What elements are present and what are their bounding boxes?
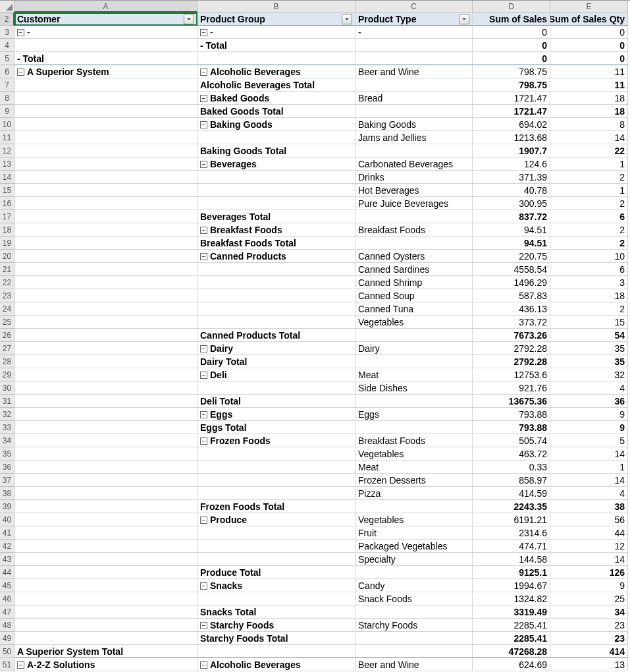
cell-sum-sales[interactable]: 94.51 [473,237,550,250]
cell-sum-qty[interactable]: 126 [550,566,628,579]
cell-sum-sales[interactable]: 793.88 [473,408,550,421]
cell-sum-qty[interactable]: 3 [550,276,628,289]
collapse-toggle[interactable]: − [200,121,207,128]
cell-sum-qty[interactable]: 22 [550,144,628,157]
cell-product-group[interactable]: Snacks Total [197,605,355,619]
cell-product-type[interactable]: Canned Soup [355,289,473,302]
row-header[interactable]: 43 [0,553,14,566]
cell-sum-sales[interactable]: 798.75 [473,65,550,78]
cell-product-type[interactable] [355,421,473,434]
cell-product-group[interactable] [197,302,355,316]
cell-customer[interactable] [14,461,197,474]
select-all-corner[interactable] [0,1,14,13]
cell-sum-sales[interactable]: 124.6 [473,157,550,171]
cell-product-type[interactable]: Canned Shrimp [355,276,473,289]
row-header[interactable]: 32 [0,408,14,421]
cell-customer[interactable] [14,408,197,421]
cell-customer[interactable] [14,342,197,355]
row-header[interactable]: 13 [0,157,14,171]
row-header[interactable]: 24 [0,302,14,316]
cell-product-type[interactable]: Fruit [355,526,473,540]
cell-sum-sales[interactable]: 1496.29 [473,276,550,289]
cell-product-type[interactable]: Meat [355,461,473,474]
cell-customer[interactable] [14,605,197,619]
cell-customer[interactable] [14,105,197,118]
cell-sum-sales[interactable]: 587.83 [473,289,550,302]
cell-sum-sales[interactable]: 47268.28 [473,645,550,658]
cell-sum-qty[interactable]: 44 [550,526,628,540]
cell-product-group[interactable] [197,447,355,461]
cell-product-group[interactable] [197,289,355,302]
cell-sum-qty[interactable]: 2 [550,302,628,316]
collapse-toggle[interactable]: − [200,622,207,629]
cell-product-type[interactable]: Vegetables [355,316,473,329]
cell-customer[interactable] [14,92,197,105]
cell-product-group[interactable] [197,381,355,395]
cell-sum-sales[interactable]: 40.78 [473,184,550,197]
cell-product-group[interactable]: Baked Goods Total [197,105,355,118]
cell-product-type[interactable]: Specialty [355,553,473,566]
cell-product-group[interactable]: Starchy Foods Total [197,632,355,645]
row-header[interactable]: 26 [0,329,14,342]
cell-customer[interactable] [14,566,197,579]
cell-customer[interactable] [14,302,197,316]
row-header[interactable]: 18 [0,223,14,237]
cell-customer[interactable] [14,474,197,487]
pivot-field-header[interactable]: Customer [14,13,197,26]
cell-customer[interactable] [14,316,197,329]
cell-sum-sales[interactable]: 373.72 [473,316,550,329]
cell-customer[interactable]: A Superior System Total [14,645,197,658]
cell-product-group[interactable]: −Snacks [197,579,355,592]
row-header[interactable]: 23 [0,289,14,302]
row-header[interactable]: 47 [0,605,14,619]
cell-product-group[interactable] [197,184,355,197]
row-header[interactable]: 45 [0,579,14,592]
cell-product-type[interactable] [355,210,473,223]
cell-customer[interactable] [14,118,197,131]
cell-sum-qty[interactable]: 18 [550,105,628,118]
cell-product-group[interactable]: Deli Total [197,395,355,408]
cell-customer[interactable] [14,355,197,368]
cell-sum-qty[interactable]: 38 [550,500,628,513]
cell-sum-sales[interactable]: 1721.47 [473,92,550,105]
cell-product-type[interactable] [355,500,473,513]
cell-product-group[interactable]: −Deli [197,368,355,381]
cell-product-type[interactable] [355,144,473,157]
cell-sum-sales[interactable]: 793.88 [473,421,550,434]
cell-customer[interactable] [14,540,197,553]
cell-product-type[interactable]: Breakfast Foods [355,223,473,237]
cell-sum-sales[interactable]: 1907.7 [473,144,550,157]
row-header[interactable]: 19 [0,237,14,250]
cell-customer[interactable] [14,447,197,461]
cell-customer[interactable] [14,144,197,157]
cell-sum-sales[interactable]: 0 [473,52,550,65]
row-header[interactable]: 28 [0,355,14,368]
cell-sum-sales[interactable]: 6191.21 [473,513,550,526]
cell-product-group[interactable] [197,461,355,474]
filter-dropdown-button[interactable] [342,14,352,24]
row-header[interactable]: 30 [0,381,14,395]
cell-customer[interactable] [14,487,197,500]
cell-product-type[interactable]: Snack Foods [355,592,473,605]
row-header[interactable]: 41 [0,526,14,540]
cell-product-type[interactable]: - [355,26,473,39]
cell-sum-qty[interactable]: 11 [550,65,628,78]
pivot-field-header[interactable]: Sum of Sales [473,13,550,26]
cell-sum-sales[interactable]: 3319.49 [473,605,550,619]
cell-sum-sales[interactable]: 371.39 [473,171,550,184]
collapse-toggle[interactable]: − [17,29,24,36]
cell-sum-qty[interactable]: 9 [550,579,628,592]
row-header[interactable]: 7 [0,78,14,92]
cell-product-type[interactable]: Baking Goods [355,118,473,131]
cell-product-group[interactable] [197,316,355,329]
collapse-toggle[interactable]: − [200,517,207,524]
row-header[interactable]: 31 [0,395,14,408]
cell-customer[interactable] [14,579,197,592]
pivot-field-header[interactable]: Product Group [197,13,355,26]
cell-customer[interactable] [14,78,197,92]
cell-customer[interactable] [14,592,197,605]
cell-sum-sales[interactable]: 1721.47 [473,105,550,118]
row-header[interactable]: 42 [0,540,14,553]
cell-customer[interactable] [14,223,197,237]
row-header[interactable]: 49 [0,632,14,645]
